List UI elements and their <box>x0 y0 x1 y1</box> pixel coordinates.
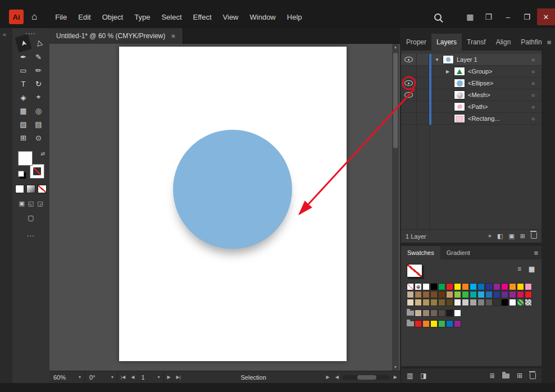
swatch[interactable] <box>430 291 438 298</box>
gradient-button[interactable] <box>26 185 35 193</box>
visibility-cell[interactable] <box>401 101 417 112</box>
current-fill-swatch[interactable] <box>407 264 422 277</box>
type-tool[interactable]: T <box>16 77 31 90</box>
color-group-folder-icon[interactable] <box>407 320 414 327</box>
collapse-panel-icon[interactable]: « <box>3 31 6 38</box>
restore-button[interactable]: ❐ <box>518 8 536 25</box>
swatch[interactable] <box>446 320 453 327</box>
change-screen-mode-button[interactable]: ▢ <box>12 214 49 222</box>
swatch[interactable] <box>407 291 414 298</box>
swatch[interactable] <box>446 309 453 317</box>
clipping-mask-icon[interactable]: ◧ <box>497 233 503 240</box>
zoom-level-select[interactable]: 60% ▾ <box>49 371 85 383</box>
vertical-scroll-thumb[interactable] <box>393 53 398 148</box>
swatch[interactable] <box>422 299 430 306</box>
ellipse-thumbnail[interactable] <box>454 79 465 88</box>
swatch[interactable] <box>517 291 524 298</box>
visibility-cell[interactable] <box>401 66 417 77</box>
rotation-select[interactable]: 0° ▾ <box>85 371 118 383</box>
new-swatch-icon[interactable]: ⊞ <box>517 372 522 380</box>
layer-name[interactable]: <Rectang... <box>468 115 500 122</box>
panel-menu-icon[interactable]: ≡ <box>547 38 555 47</box>
draw-behind-mode-button[interactable]: ◱ <box>28 200 34 207</box>
none-button[interactable] <box>38 185 47 193</box>
swatch-kinds-icon[interactable]: ◨ <box>420 372 426 380</box>
swatch[interactable] <box>462 299 469 306</box>
swatch[interactable] <box>422 309 430 317</box>
ellipse-object[interactable] <box>173 130 292 249</box>
swatch[interactable] <box>501 291 508 298</box>
tab-close-icon[interactable]: ✕ <box>171 33 175 39</box>
visibility-cell[interactable] <box>401 89 417 101</box>
mesh-thumbnail[interactable] <box>454 90 465 99</box>
eyedropper-tool[interactable]: ◎ <box>31 104 46 117</box>
swatch[interactable] <box>509 283 516 290</box>
swatches-menu-icon[interactable]: ≡ <box>534 249 542 257</box>
swatch[interactable] <box>493 283 501 290</box>
lock-cell[interactable] <box>417 66 429 77</box>
target-circle-icon[interactable]: ○ <box>531 69 535 75</box>
layer-row-ellipse[interactable]: <Ellipse> ○ <box>401 78 542 89</box>
target-circle-icon[interactable]: ○ <box>531 116 535 122</box>
swatch[interactable] <box>509 291 516 298</box>
layer-name[interactable]: <Ellipse> <box>468 80 493 86</box>
swatch[interactable] <box>485 291 493 298</box>
swatch-pattern[interactable] <box>525 299 532 306</box>
swatch[interactable] <box>477 283 485 290</box>
swatch-pattern[interactable] <box>517 299 524 306</box>
swap-fill-stroke-icon[interactable]: ⇄ <box>40 151 45 157</box>
swatch[interactable] <box>462 291 469 298</box>
expand-caret-icon[interactable]: ▶ <box>446 69 451 74</box>
swatch[interactable] <box>477 291 485 298</box>
draw-inside-mode-button[interactable]: ◲ <box>37 200 43 207</box>
layer-name[interactable]: Layer 1 <box>457 56 477 63</box>
vertical-scrollbar[interactable]: ▴ ▾ <box>392 44 399 371</box>
symbol-sprayer-tool[interactable]: ▨ <box>16 117 31 131</box>
swatch[interactable] <box>446 299 453 306</box>
swatch[interactable] <box>454 309 461 317</box>
swatch[interactable] <box>525 291 532 298</box>
swatch[interactable] <box>477 299 485 306</box>
visibility-cell[interactable] <box>401 78 417 89</box>
panel-tab-align[interactable]: Align <box>491 34 516 51</box>
menu-help[interactable]: Help <box>281 13 308 21</box>
artboard-navigation-select[interactable]: 1 ▾ <box>137 371 164 383</box>
swatch[interactable] <box>407 299 414 306</box>
swatch[interactable] <box>430 320 438 327</box>
swatch[interactable] <box>470 291 477 298</box>
panel-tab-transf[interactable]: Transf <box>462 34 491 51</box>
swatch[interactable] <box>485 283 493 290</box>
menu-view[interactable]: View <box>217 13 244 21</box>
layer-name[interactable]: <Path> <box>468 103 488 110</box>
delete-layer-icon[interactable] <box>531 233 537 240</box>
canvas[interactable]: ▴ ▾ <box>49 44 400 371</box>
swatch[interactable] <box>501 299 508 306</box>
target-circle-icon[interactable]: ○ <box>531 80 535 86</box>
new-sublayer-icon[interactable]: ▣ <box>508 233 514 240</box>
target-circle-icon[interactable]: ○ <box>531 104 535 110</box>
home-icon[interactable]: ⌂ <box>31 11 37 22</box>
swatch[interactable] <box>415 291 422 298</box>
swatch[interactable] <box>438 320 445 327</box>
swatch[interactable] <box>438 299 445 306</box>
expand-caret-icon[interactable]: ▼ <box>435 57 440 62</box>
scroll-right-icon[interactable]: ▶ <box>391 375 400 380</box>
swatch[interactable] <box>422 320 430 327</box>
group-thumbnail[interactable] <box>454 67 465 76</box>
swatch[interactable] <box>438 309 445 317</box>
horizontal-scroll-thumb[interactable] <box>357 375 376 380</box>
swatch[interactable] <box>454 283 461 290</box>
swatch-registration[interactable]: ⊕ <box>415 283 422 290</box>
tab-swatches[interactable]: Swatches <box>401 246 440 259</box>
toolbar-drag-handle[interactable]: •••• <box>12 28 49 37</box>
curvature-tool[interactable]: ✎ <box>31 50 46 63</box>
lock-cell[interactable] <box>417 101 429 112</box>
paintbrush-tool[interactable]: ✏ <box>31 63 46 77</box>
new-layer-icon[interactable]: ⊞ <box>520 233 525 240</box>
panel-tab-layers[interactable]: Layers <box>431 34 462 51</box>
eye-icon[interactable] <box>404 80 413 86</box>
tab-gradient[interactable]: Gradient <box>440 246 476 259</box>
layer-row-layer1[interactable]: ▼ Layer 1 ○ <box>401 54 542 66</box>
list-view-icon[interactable]: ≡ <box>517 265 521 273</box>
swatch-options-icon[interactable]: ≣ <box>489 372 495 380</box>
